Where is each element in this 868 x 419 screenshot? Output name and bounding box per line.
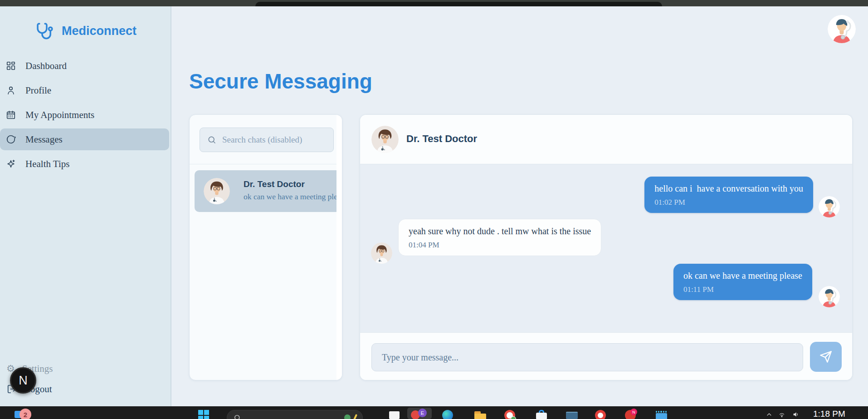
chat-item-name: Dr. Test Doctor	[244, 179, 305, 189]
chat-item-preview: ok can we have a meeting please	[244, 192, 341, 202]
chat-search-box	[200, 128, 334, 152]
sidebar-item-label: Health Tips	[25, 158, 69, 170]
taskbar-active-app[interactable]: E	[407, 408, 432, 419]
doctor-avatar	[204, 178, 230, 204]
patient-avatar	[819, 196, 840, 217]
floating-notification-button[interactable]: N	[10, 367, 36, 394]
taskbar: 2 E	[0, 406, 868, 419]
messages-area: hello can i have a conversation with you…	[360, 164, 852, 333]
message-text: ok can we have a meeting please	[683, 271, 802, 281]
message-bubble-outgoing: ok can we have a meeting please 01:11 PM	[673, 264, 812, 300]
sidebar-item-dashboard[interactable]: Dashboard	[0, 55, 169, 77]
user-avatar[interactable]	[828, 15, 856, 43]
patient-avatar	[819, 286, 840, 307]
taskbar-folder-icon[interactable]	[474, 410, 485, 419]
tray-network-icon[interactable]	[778, 411, 785, 419]
search-highlight-icon	[344, 414, 351, 419]
sidebar-item-profile[interactable]: Profile	[0, 79, 169, 101]
sidebar-item-health-tips[interactable]: Health Tips	[0, 153, 169, 175]
taskbar-briefcase-icon[interactable]	[536, 410, 547, 419]
sparkles-icon	[5, 158, 16, 169]
chat-search-input[interactable]	[222, 135, 322, 145]
search-pen-icon	[353, 414, 357, 419]
message-bubble-incoming: yeah sure why not dude . tell mw what is…	[398, 219, 601, 256]
taskbar-monitor-icon[interactable]	[566, 410, 577, 419]
message-input[interactable]	[371, 343, 803, 371]
calendar-icon	[5, 109, 16, 120]
app-logo: Mediconnect	[35, 20, 137, 42]
window-chrome-notch	[255, 2, 662, 6]
notification-badge: 2	[20, 409, 31, 419]
taskbar-browser-icon[interactable]	[504, 410, 515, 419]
doctor-avatar	[371, 242, 392, 264]
start-button[interactable]	[198, 410, 209, 419]
conversation-panel: Dr. Test Doctor hello can i have a conve…	[360, 114, 853, 380]
taskbar-app-icon[interactable]	[595, 410, 606, 419]
sidebar-item-label: Profile	[25, 85, 51, 96]
conversation-doctor-name: Dr. Test Doctor	[406, 133, 477, 145]
taskbar-app-n-icon[interactable]: N	[625, 410, 636, 419]
search-icon	[234, 414, 241, 419]
sidebar-item-label: My Appointments	[25, 109, 94, 121]
chat-list-scrollbar[interactable]	[336, 115, 342, 380]
message-composer	[360, 333, 852, 380]
messages-icon	[5, 134, 16, 145]
divider	[190, 164, 342, 164]
message-text: yeah sure why not dude . tell mw what is…	[409, 226, 591, 237]
search-icon	[207, 135, 216, 144]
message-bubble-outgoing: hello can i have a conversation with you…	[644, 177, 813, 213]
doctor-avatar	[371, 126, 399, 153]
app-logo-text: Mediconnect	[62, 24, 137, 38]
dashboard-icon	[5, 60, 16, 71]
message-time: 01:11 PM	[683, 285, 802, 294]
window-chrome-strip	[0, 0, 868, 6]
floating-button-letter: N	[19, 374, 28, 388]
app-badge: E	[418, 409, 427, 417]
send-button[interactable]	[810, 342, 842, 372]
sidebar-item-label: Dashboard	[25, 60, 67, 72]
app-n-badge: N	[630, 409, 637, 415]
tray-volume-icon[interactable]	[792, 411, 800, 419]
sidebar: Mediconnect Dashboard Profile My Appoint…	[0, 6, 171, 406]
chat-list-panel: Dr. Test Doctor ok can we have a meeting…	[189, 114, 342, 380]
chat-list-item[interactable]: Dr. Test Doctor ok can we have a meeting…	[195, 170, 341, 212]
message-time: 01:02 PM	[654, 198, 803, 207]
message-time: 01:04 PM	[409, 241, 591, 250]
browser-badge	[511, 416, 516, 419]
send-icon	[819, 350, 832, 363]
sidebar-item-label: Messages	[25, 134, 63, 145]
taskbar-calendar-icon[interactable]	[656, 410, 667, 419]
screen: Mediconnect Dashboard Profile My Appoint…	[0, 0, 868, 419]
sidebar-item-my-appointments[interactable]: My Appointments	[0, 104, 169, 126]
page-title: Secure Messaging	[189, 69, 372, 94]
taskbar-search[interactable]	[227, 410, 363, 419]
sidebar-item-messages[interactable]: Messages	[0, 128, 169, 150]
tray-chevron-up-icon[interactable]	[766, 411, 773, 419]
taskbar-edge-icon[interactable]	[442, 410, 453, 419]
taskbar-mail-icon[interactable]	[389, 410, 400, 419]
taskbar-clock[interactable]: 1:18 PM	[813, 409, 845, 419]
stethoscope-icon	[35, 20, 55, 42]
message-text: hello can i have a conversation with you	[654, 183, 803, 194]
badge-count: 2	[24, 411, 27, 419]
conversation-header: Dr. Test Doctor	[360, 115, 852, 164]
profile-icon	[5, 85, 16, 96]
